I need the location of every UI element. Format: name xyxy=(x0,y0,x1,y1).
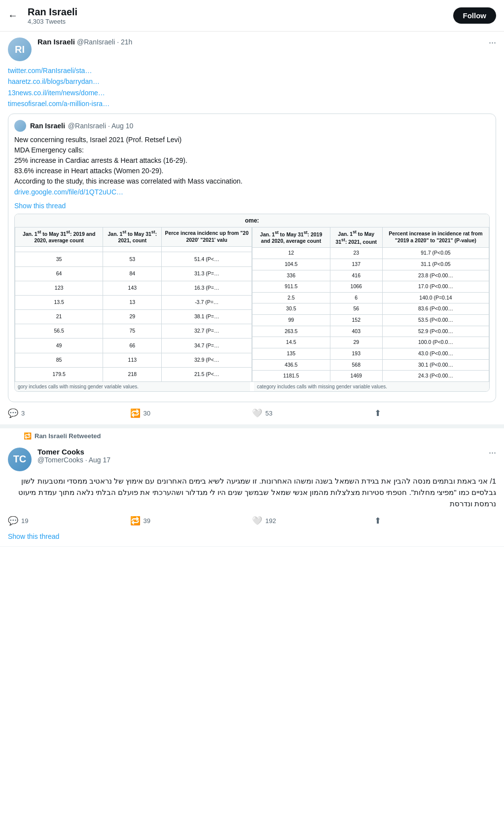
td: 14.5 xyxy=(252,337,330,348)
retweet-button-1[interactable]: 🔁 30 xyxy=(130,408,252,418)
td: -3.7 (P=… xyxy=(162,295,252,309)
td: 30.1 (P<0.00… xyxy=(382,359,489,371)
comment-count-2: 19 xyxy=(21,517,28,525)
td xyxy=(103,246,162,252)
tweet-card-2: TC Tomer Cooks @TomerCooks · Aug 17 ··· … xyxy=(0,442,504,547)
td: 29 xyxy=(103,310,162,324)
td: 21.5 (P<… xyxy=(162,367,252,381)
td: 17.0 (P<0.00… xyxy=(382,281,489,293)
tweet-actions-2: 💬 19 🔁 39 🤍 192 ⬆ xyxy=(8,516,496,526)
td: 6 xyxy=(330,292,382,303)
td: 31.1 (P<0.05 xyxy=(382,259,489,270)
retweet-label-text: Ran Israeli Retweeted xyxy=(35,432,101,440)
data-table-container: ome: Jan. 1st to May 31st: 2019 and 2020… xyxy=(14,214,490,392)
quote-user-handle: @RanIsraeli · Aug 10 xyxy=(68,122,134,130)
share-button-2[interactable]: ⬆ xyxy=(374,516,497,526)
td: 84 xyxy=(103,266,162,281)
retweet-count-1: 30 xyxy=(144,410,150,417)
show-thread-link-2[interactable]: Show this thread xyxy=(8,532,59,540)
right-table: Jan. 1st to May 31st: 2019 and 2020, ave… xyxy=(252,227,489,382)
like-icon-2: 🤍 xyxy=(252,516,262,526)
quote-text: New concerning results, Israel 2021 (Pro… xyxy=(14,135,490,197)
td: 32.7 (P=… xyxy=(162,324,252,339)
like-icon-1: 🤍 xyxy=(252,408,262,418)
td: 416 xyxy=(330,270,382,281)
td: 13.5 xyxy=(15,295,103,309)
td: 21 xyxy=(15,310,103,324)
th-l2: Jan. 1st to May 31st: 2021, count xyxy=(103,227,162,246)
comment-button-2[interactable]: 💬 19 xyxy=(8,516,130,526)
comment-icon-2: 💬 xyxy=(8,516,18,526)
td: 100.0 (P<0.0… xyxy=(382,337,489,348)
td: 64 xyxy=(15,266,103,281)
share-icon-2: ⬆ xyxy=(374,516,381,526)
quote-line-4: 83.6% increase in Heart attacks (Women 2… xyxy=(14,167,163,175)
td: 56.5 xyxy=(15,324,103,339)
quote-line-2: MDA Emergency calls: xyxy=(14,146,84,154)
like-count-1: 53 xyxy=(265,410,272,417)
more-options-button-2[interactable]: ··· xyxy=(489,448,496,458)
td: 53.5 (P<0.00… xyxy=(382,315,489,326)
tweet-link-1[interactable]: twitter.com/RanIsraeli/sta… xyxy=(8,65,496,76)
retweet-button-2[interactable]: 🔁 39 xyxy=(130,516,252,526)
td: 31.3 (P=… xyxy=(162,266,252,281)
td: 113 xyxy=(103,353,162,367)
tweet-link-3[interactable]: 13news.co.il/item/news/dome… xyxy=(8,87,496,98)
comment-count-1: 3 xyxy=(21,410,25,417)
th-r1: Jan. 1st to May 31st: 2019 and 2020, ave… xyxy=(252,227,330,247)
td: 13 xyxy=(103,295,162,309)
retweet-icon-2: 🔁 xyxy=(130,516,141,526)
retweet-icon-1: 🔁 xyxy=(130,408,141,418)
tweet-count: 4,303 Tweets xyxy=(28,18,453,25)
share-button-1[interactable]: ⬆ xyxy=(374,408,497,418)
like-button-2[interactable]: 🤍 192 xyxy=(252,516,374,526)
td: 104.5 xyxy=(252,259,330,270)
td: 23 xyxy=(330,248,382,259)
td xyxy=(162,246,252,252)
quote-line-5: According to the study, this increase wa… xyxy=(14,177,243,185)
quote-tweet-1: Ran Israeli @RanIsraeli · Aug 10 New con… xyxy=(8,113,496,402)
td: 83.6 (P<0.00… xyxy=(382,303,489,315)
td: 56 xyxy=(330,303,382,315)
retweet-label: 🔁 Ran Israeli Retweeted xyxy=(0,428,504,442)
td: 193 xyxy=(330,348,382,360)
td: 35 xyxy=(15,252,103,266)
tweet-link-4[interactable]: timesofisrael.com/a-million-isra… xyxy=(8,98,496,109)
td: 218 xyxy=(103,367,162,381)
back-button[interactable]: ← xyxy=(8,10,18,21)
like-button-1[interactable]: 🤍 53 xyxy=(252,408,374,418)
td: 32.9 (P<… xyxy=(162,353,252,367)
tweet-meta-2: Tomer Cooks @TomerCooks · Aug 17 xyxy=(37,448,489,464)
td: 53 xyxy=(103,252,162,266)
quote-user-name: Ran Israeli xyxy=(30,122,65,130)
td: 99 xyxy=(252,315,330,326)
td: 29 xyxy=(330,337,382,348)
td: 403 xyxy=(330,326,382,337)
user-name-1: Ran Israeli xyxy=(37,38,75,46)
more-options-button-1[interactable]: ··· xyxy=(489,38,496,48)
avatar-2: TC xyxy=(8,448,32,471)
td: 24.3 (P<0.00… xyxy=(382,371,489,382)
td: 336 xyxy=(252,270,330,281)
table-title: ome: xyxy=(15,214,489,227)
share-icon-1: ⬆ xyxy=(374,408,381,418)
td: 49 xyxy=(15,339,103,353)
show-thread-link-1[interactable]: Show this thread xyxy=(14,202,66,210)
td: 140.0 (P=0.14 xyxy=(382,292,489,303)
avatar-1: RI xyxy=(8,38,32,61)
quote-drive-link[interactable]: drive.google.com/file/d/1QT2uUC… xyxy=(14,187,490,197)
retweet-count-2: 39 xyxy=(144,517,150,525)
quote-avatar xyxy=(14,120,26,132)
td: 179.5 xyxy=(15,367,103,381)
profile-header: ← Ran Israeli 4,303 Tweets Follow xyxy=(0,0,504,32)
td: 66 xyxy=(103,339,162,353)
tweet-link-2[interactable]: haaretz.co.il/blogs/barrydan… xyxy=(8,76,496,87)
tweet-header-1: RI Ran Israeli @RanIsraeli · 21h ··· xyxy=(8,38,496,61)
td: 143 xyxy=(103,281,162,295)
td: 12 xyxy=(252,248,330,259)
comment-button-1[interactable]: 💬 3 xyxy=(8,408,130,418)
tweet-meta-1: Ran Israeli @RanIsraeli · 21h xyxy=(37,38,489,46)
td: 123 xyxy=(15,281,103,295)
th-l1: Jan. 1st to May 31st: 2019 and 2020, ave… xyxy=(15,227,103,246)
follow-button[interactable]: Follow xyxy=(453,7,497,24)
